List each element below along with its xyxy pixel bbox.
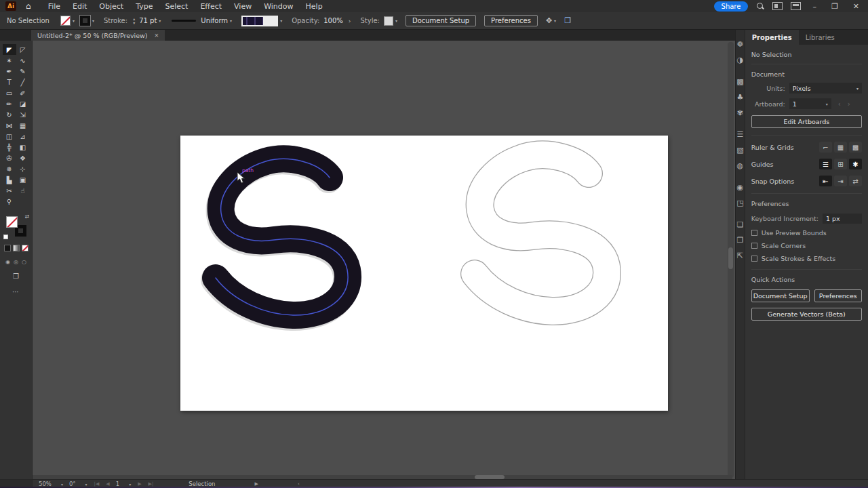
gradient-panel-icon[interactable]: ▧ — [736, 146, 743, 154]
brush-definition-preview[interactable] — [241, 16, 278, 26]
grid-toggle[interactable]: ▦ — [834, 142, 847, 152]
rulers-toggle[interactable]: ⌐ — [819, 142, 832, 152]
curvature-tool[interactable]: ✎ — [16, 66, 30, 77]
document-tab[interactable]: Untitled-2* @ 50 % (RGB/Preview) ✕ — [31, 30, 165, 41]
symbol-sprayer-tool[interactable]: ✵ — [3, 163, 16, 174]
stroke-weight-value[interactable]: 71 pt — [139, 17, 157, 24]
layers-panel-icon[interactable]: ❏ — [736, 221, 743, 228]
swap-colors-icon[interactable]: ⇄ — [25, 214, 30, 220]
snap-to-grid-toggle[interactable]: ⇤ — [819, 176, 832, 186]
next-artboard-icon[interactable]: ▶ — [138, 481, 141, 487]
transparency-panel-icon[interactable]: ◍ — [737, 162, 744, 169]
opacity-value[interactable]: 100% — [323, 17, 343, 24]
search-icon[interactable] — [756, 2, 764, 10]
first-artboard-icon[interactable]: |◀ — [94, 481, 100, 487]
chevron-down-icon[interactable]: ▾ — [554, 18, 556, 23]
color-panel-icon[interactable]: ❁ — [737, 41, 743, 48]
graphic-style-swatch[interactable] — [384, 16, 393, 26]
line-segment-tool[interactable]: ╱ — [16, 77, 30, 87]
chevron-down-icon[interactable]: ▾ — [230, 18, 232, 23]
menu-view[interactable]: View — [228, 1, 258, 12]
measure-tool[interactable]: ⊹ — [16, 163, 30, 174]
menu-window[interactable]: Window — [258, 1, 299, 12]
mesh-tool[interactable]: ╬ — [3, 142, 16, 152]
appearance-panel-icon[interactable]: ◉ — [737, 184, 744, 191]
checkbox-scale-corners[interactable] — [751, 243, 757, 249]
none-mode-button[interactable] — [22, 245, 28, 251]
shaper-tool[interactable]: ✏ — [3, 98, 16, 109]
chevron-down-icon[interactable]: ▾ — [73, 18, 75, 23]
vertical-scrollbar-thumb[interactable] — [728, 247, 733, 269]
perspective-grid-tool[interactable]: ⊿ — [16, 131, 30, 142]
preferences-button[interactable]: Preferences — [484, 15, 538, 26]
menu-help[interactable]: Help — [300, 1, 329, 12]
snap-to-point-toggle[interactable]: ⇄ — [849, 176, 862, 186]
workspace-switcher-icon[interactable] — [772, 2, 783, 10]
direct-selection-tool[interactable]: ◸ — [16, 44, 30, 55]
home-icon[interactable]: ⌂ — [26, 1, 31, 11]
keyboard-increment-field[interactable]: 1 px — [823, 214, 862, 224]
gradient-tool[interactable]: ◧ — [16, 142, 30, 152]
units-dropdown[interactable]: Pixels ▾ — [789, 83, 862, 94]
last-artboard-icon[interactable]: ▶| — [149, 481, 154, 487]
draw-inside-icon[interactable]: ○ — [22, 259, 26, 265]
artboard-dropdown[interactable]: 1 ▾ — [789, 98, 831, 109]
checkbox-scale-strokes-effects[interactable] — [751, 256, 757, 262]
artboard-tool[interactable]: ▣ — [16, 174, 30, 185]
edit-toolbar-icon[interactable]: ⋯ — [12, 288, 20, 296]
tab-close-icon[interactable]: ✕ — [155, 33, 159, 39]
transparency-grid-toggle[interactable]: ▩ — [849, 142, 862, 152]
default-colors-icon[interactable] — [3, 235, 8, 239]
prev-artboard-icon[interactable]: ◀ — [106, 481, 109, 487]
shape-builder-tool[interactable]: ◫ — [3, 131, 16, 142]
document-setup-button[interactable]: Document Setup — [406, 15, 476, 26]
smart-guides-toggle[interactable]: ✱ — [849, 159, 862, 169]
fill-indicator-swatch[interactable] — [6, 216, 18, 228]
pattern-options-panel-icon[interactable]: ▩ — [736, 78, 743, 85]
zoom-tool[interactable]: ⚲ — [3, 196, 16, 207]
chevron-down-icon[interactable]: ▾ — [92, 18, 94, 23]
stroke-weight-stepper[interactable]: ▴▾ — [133, 17, 135, 25]
menu-effect[interactable]: Effect — [194, 1, 228, 12]
next-artboard-icon[interactable]: › — [848, 100, 850, 108]
menu-file[interactable]: File — [42, 1, 66, 12]
width-tool[interactable]: ⋈ — [3, 120, 16, 131]
artboards-panel-icon[interactable]: ❐ — [736, 237, 743, 244]
eyedropper-tool[interactable]: ✇ — [3, 152, 16, 163]
column-graph-tool[interactable]: ▙ — [3, 174, 16, 185]
graphic-styles-panel-icon[interactable]: ◳ — [736, 199, 743, 207]
artboard[interactable]: path — [180, 136, 668, 411]
chevron-down-icon[interactable]: ▾ — [61, 482, 63, 487]
width-profile-value[interactable]: Uniform — [201, 17, 228, 24]
letter-s-outline[interactable] — [475, 155, 607, 311]
canvas-pasteboard[interactable]: path — [33, 41, 735, 479]
fill-color-swatch[interactable] — [60, 16, 71, 26]
stroke-panel-icon[interactable]: ☰ — [736, 131, 743, 138]
checkbox-use-preview-bounds[interactable] — [751, 230, 757, 236]
edit-artboards-button[interactable]: Edit Artboards — [751, 115, 862, 128]
chevron-down-icon[interactable]: ▾ — [159, 18, 161, 23]
color-mode-button[interactable] — [4, 245, 11, 251]
rotate-tool[interactable]: ↻ — [3, 109, 16, 120]
stroke-color-swatch[interactable] — [80, 16, 90, 26]
tab-libraries[interactable]: Libraries — [799, 30, 842, 45]
qa-preferences-button[interactable]: Preferences — [814, 289, 862, 302]
asset-export-panel-icon[interactable]: ⇱ — [737, 252, 743, 260]
color-guide-panel-icon[interactable]: ◑ — [737, 56, 744, 64]
opacity-expand-icon[interactable]: › — [349, 18, 351, 24]
generate-vectors-button[interactable]: Generate Vectors (Beta) — [751, 308, 862, 321]
draw-normal-icon[interactable]: ◉ — [5, 259, 10, 265]
type-tool[interactable]: T — [3, 77, 16, 87]
close-button[interactable]: ✕ — [850, 2, 863, 11]
rectangle-tool[interactable]: ▭ — [3, 87, 16, 98]
screen-mode-icon[interactable]: ❐ — [13, 272, 19, 280]
status-collapse-icon[interactable]: ‹ — [298, 481, 300, 487]
document-layout-icon[interactable] — [791, 2, 801, 10]
minimize-button[interactable]: – — [809, 2, 820, 11]
status-expand-icon[interactable]: ▶ — [255, 481, 258, 487]
chevron-down-icon[interactable]: ▾ — [85, 482, 87, 487]
eraser-tool[interactable]: ◪ — [16, 98, 30, 109]
app-logo-icon[interactable]: Ai — [5, 1, 16, 11]
scale-tool[interactable]: ⇲ — [16, 109, 30, 120]
prev-artboard-icon[interactable]: ‹ — [838, 100, 841, 108]
